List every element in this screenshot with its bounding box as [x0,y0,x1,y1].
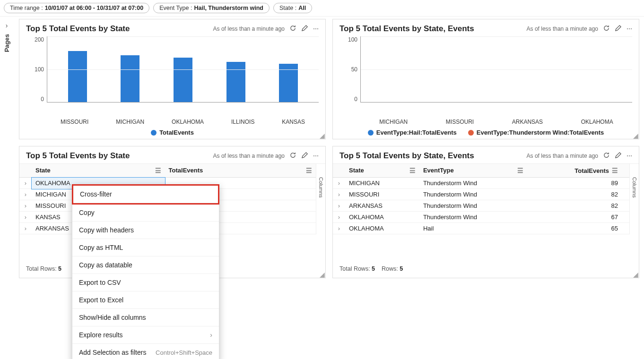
refresh-icon[interactable] [603,25,610,33]
table-row[interactable]: ›OKLAHOMAThunderstorm Wind67 [333,212,629,223]
pages-panel-toggle[interactable]: › Pages [0,20,13,67]
results-table[interactable]: State☰ EventType☰ TotalEvents☰ ›MICHIGAN… [333,164,629,234]
bar[interactable] [226,62,245,102]
more-icon[interactable]: ⋯ [313,26,319,32]
expand-icon[interactable]: › [19,178,32,189]
cell-total[interactable]: 89 [527,178,629,189]
filter-state[interactable]: State : All [273,3,312,13]
filter-event-type[interactable]: Event Type : Hail, Thunderstorm wind [153,3,270,13]
menu-add-selection-filters[interactable]: Add Selection as filters Control+Shift+S… [72,344,219,359]
cell-total[interactable]: 82 [527,200,629,212]
column-menu-icon[interactable]: ☰ [517,167,523,174]
expand-icon[interactable]: › [333,223,345,234]
expand-icon[interactable]: › [19,200,32,212]
cell-total[interactable]: 82 [527,189,629,200]
menu-copy-html[interactable]: Copy as HTML [72,239,219,256]
menu-show-hide-columns[interactable]: Show/Hide all columns [72,309,219,326]
cell-state[interactable]: MISSOURI [345,189,419,200]
refresh-icon[interactable] [603,152,610,160]
expand-icon[interactable]: › [333,212,345,223]
expand-icon[interactable]: › [19,189,32,200]
column-menu-icon[interactable]: ☰ [306,167,312,174]
cell-state[interactable]: ARKANSAS [345,200,419,212]
y-tick: 50 [351,66,357,73]
table-row[interactable]: ›MISSOURIThunderstorm Wind82 [333,189,629,200]
menu-cross-filter[interactable]: Cross-filter [73,186,218,203]
column-menu-icon[interactable]: ☰ [612,167,618,174]
resize-handle[interactable]: ◢ [320,272,324,277]
plot-area[interactable] [360,36,632,103]
filter-time-range[interactable]: Time range : 10/01/07 at 06:00 - 10/31/0… [4,3,149,13]
cell-type[interactable]: Thunderstorm Wind [419,189,527,200]
cell-type[interactable]: Thunderstorm Wind [419,212,527,223]
cell-state[interactable]: OKLAHOMA [345,223,419,234]
tile-title: Top 5 Total Events by State [26,151,130,161]
tile-title: Top 5 Total Events by State [26,24,130,34]
bar[interactable] [68,51,87,102]
more-icon[interactable]: ⋯ [627,153,632,159]
bar[interactable] [174,58,192,102]
resize-handle[interactable]: ◢ [320,133,324,138]
tile-actions: As of less than a minute ago ⋯ [527,152,632,160]
legend-label: TotalEvents [159,129,194,136]
menu-copy[interactable]: Copy [72,204,219,222]
expand-icon[interactable]: › [19,212,32,223]
footer-label: Total Rows: [26,265,58,272]
menu-export-excel[interactable]: Export to Excel [72,291,219,309]
swatch-icon [468,130,474,136]
resize-handle[interactable]: ◢ [633,272,638,277]
columns-panel-toggle[interactable]: Columns [629,164,639,234]
edit-icon[interactable] [615,152,622,160]
column-menu-icon[interactable]: ☰ [409,167,416,174]
chevron-right-icon: › [210,331,212,339]
edit-icon[interactable] [301,25,308,33]
columns-panel-toggle[interactable]: Columns [316,164,325,234]
resize-handle[interactable]: ◢ [633,133,638,138]
y-axis: 200 100 0 [26,36,47,103]
plot-area[interactable] [47,36,319,103]
col-header-totalevents[interactable]: TotalEvents☰ [527,164,629,178]
col-header-eventtype[interactable]: EventType☰ [419,164,527,178]
legend-item[interactable]: EventType:Thunderstorm Wind:TotalEvents [468,129,604,136]
table-row[interactable]: ›OKLAHOMAHail65 [333,223,629,234]
expand-icon[interactable]: › [19,223,32,234]
expand-icon[interactable]: › [333,200,345,212]
edit-icon[interactable] [301,152,308,160]
expand-icon[interactable]: › [333,178,345,189]
x-tick: ILLINOIS [231,119,254,125]
col-header-state[interactable]: State☰ [32,164,165,178]
cell-total[interactable]: 67 [527,212,629,223]
tile-title: Top 5 Total Events by State, Events [339,24,474,34]
x-axis: MISSOURI MICHIGAN OKLAHOMA ILLINOIS KANS… [47,119,319,125]
legend-item[interactable]: TotalEvents [151,129,194,136]
column-menu-icon[interactable]: ☰ [155,167,161,174]
tile-header: Top 5 Total Events by State As of less t… [19,151,325,161]
cell-state[interactable]: OKLAHOMA [345,212,419,223]
refresh-icon[interactable] [289,25,296,33]
table-row[interactable]: ›ARKANSASThunderstorm Wind82 [333,200,629,212]
menu-export-csv[interactable]: Export to CSV [72,274,219,291]
cell-state[interactable]: MICHIGAN [345,178,419,189]
cell-type[interactable]: Thunderstorm Wind [419,178,527,189]
cell-type[interactable]: Hail [419,223,527,234]
refresh-icon[interactable] [289,152,296,160]
more-icon[interactable]: ⋯ [627,26,632,32]
cell-total[interactable]: 65 [527,223,629,234]
legend-item[interactable]: EventType:Hail:TotalEvents [368,129,457,136]
col-header-state[interactable]: State☰ [345,164,419,178]
shortcut-text: Control+Shift+Space [156,349,212,356]
cell-type[interactable]: Thunderstorm Wind [419,200,527,212]
menu-copy-datatable[interactable]: Copy as datatable [72,256,219,274]
more-icon[interactable]: ⋯ [313,153,319,159]
expand-icon[interactable]: › [333,189,345,200]
pages-label: Pages [3,34,10,52]
edit-icon[interactable] [615,25,622,33]
bar[interactable] [121,55,139,102]
col-header-totalevents[interactable]: TotalEvents☰ [165,164,316,178]
menu-copy-headers[interactable]: Copy with headers [72,222,219,239]
filter-bar: Time range : 10/01/07 at 06:00 - 10/31/0… [0,0,644,17]
table-wrapper: State☰ EventType☰ TotalEvents☰ ›MICHIGAN… [333,163,639,234]
menu-explore-results[interactable]: Explore results › [72,326,219,344]
y-axis: 100 50 0 [339,36,360,103]
table-row[interactable]: ›MICHIGANThunderstorm Wind89 [333,178,629,189]
